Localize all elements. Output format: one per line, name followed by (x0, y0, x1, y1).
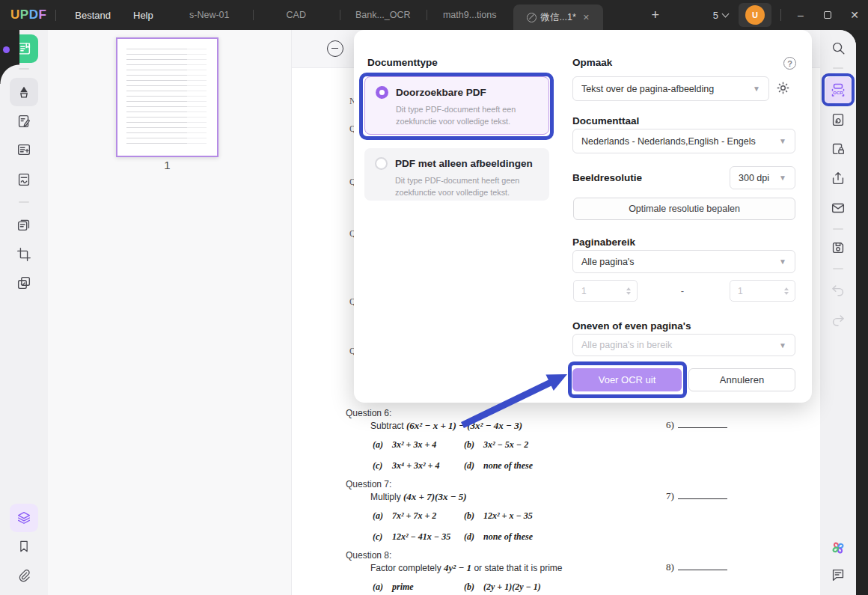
app-window: UPDF Bestand Help s-New-01CADBank..._OCR… (0, 0, 868, 595)
radio-unselected-icon[interactable] (375, 157, 388, 170)
choice-text: 3x⁴ + 3x² + 4 (392, 460, 464, 472)
option-title: Doorzoekbare PDF (396, 87, 486, 98)
tab-math9[interactable]: math9...tions (427, 0, 513, 30)
app-logo: UPDF (10, 7, 46, 22)
new-tab-button[interactable]: + (647, 7, 664, 23)
crop-tool-button[interactable] (10, 240, 38, 269)
maximize-button[interactable] (814, 0, 841, 30)
option-image-only-pdf[interactable]: PDF met alleen afbeeldingen Dit type PDF… (364, 148, 549, 201)
layout-dropdown-value: Tekst over de pagina-afbeelding (581, 84, 714, 94)
page-from-value: 1 (581, 286, 587, 296)
avatar: U (745, 5, 765, 25)
email-button[interactable] (825, 195, 852, 222)
question-block: Question 8:Factor completely 4y² − 1 or … (346, 550, 807, 593)
page-thumbnail[interactable] (116, 37, 218, 157)
ai-assistant-button[interactable] (825, 534, 852, 561)
share-button[interactable] (825, 165, 852, 192)
view-tool-button[interactable] (10, 34, 38, 63)
minimize-button[interactable]: – (787, 0, 814, 30)
page-to-value: 1 (738, 286, 743, 296)
left-toolbar-bottom (0, 504, 48, 589)
resolution-dropdown-value: 300 dpi (739, 173, 769, 183)
tab-bank-ocr[interactable]: Bank..._OCR (340, 0, 427, 30)
highlighter-tool-button[interactable] (10, 78, 38, 106)
ocr-button[interactable]: OCR (822, 73, 855, 106)
language-dropdown-value: Nederlands - Nederlands,English - Engels (581, 136, 756, 147)
titlebar: UPDF Bestand Help s-New-01CADBank..._OCR… (0, 0, 868, 30)
save-icon (830, 239, 846, 256)
resolution-dropdown[interactable]: 300 dpi ▼ (730, 166, 795, 189)
fill-sign-tool-button[interactable] (10, 165, 38, 194)
menu-help[interactable]: Help (122, 10, 165, 21)
svg-text:OCR: OCR (833, 91, 843, 95)
choice-text: 12x² + x − 35 (483, 510, 807, 522)
spinner-arrows-icon[interactable] (626, 287, 631, 295)
copies-icon (16, 275, 32, 291)
undo-button[interactable] (825, 276, 852, 303)
option-searchable-pdf[interactable]: Doorzoekbare PDF Dit type PDF-document h… (364, 76, 549, 135)
tab-cad[interactable]: CAD (253, 0, 340, 30)
protect-button[interactable] (825, 135, 852, 162)
open-documents-dropdown[interactable]: 5 (713, 10, 728, 21)
gear-icon[interactable] (775, 80, 791, 99)
question-prompt: Factor completely 4y² − 1 or state that … (370, 562, 807, 574)
toolbar-divider (833, 67, 843, 69)
optimal-resolution-button[interactable]: Optimale resolutie bepalen (573, 198, 795, 220)
language-dropdown[interactable]: Nederlands - Nederlands,English - Engels… (572, 129, 795, 153)
documenttaal-heading: Documenttaal (572, 115, 639, 126)
layout-dropdown[interactable]: Tekst over de pagina-afbeelding ▼ (572, 76, 769, 101)
choice-text: 3x² − 5x − 2 (483, 439, 807, 451)
choice-text: (2y + 1)(2y − 1) (483, 582, 807, 593)
documenttype-heading: Documenttype (367, 57, 438, 68)
tab-s-new-01[interactable]: s-New-01 (166, 0, 253, 30)
menu-bestand[interactable]: Bestand (64, 10, 122, 21)
highlighter-icon (16, 84, 32, 100)
choice-grid: (a)prime(b)(2y + 1)(2y − 1) (373, 582, 807, 593)
search-button[interactable] (825, 34, 852, 61)
save-button[interactable] (825, 234, 852, 261)
choice-text: 12x² − 41x − 35 (392, 531, 464, 543)
choice-key: (b) (464, 439, 483, 451)
radio-selected-icon[interactable] (376, 86, 388, 99)
organize-pages-button[interactable] (10, 210, 38, 239)
tab-label: 微信...1* (541, 11, 576, 24)
account-button[interactable]: U (739, 3, 771, 27)
tab-close-icon[interactable]: ✕ (583, 13, 590, 22)
bookmark-icon (16, 539, 31, 554)
ocr-dialog: Documenttype Doorzoekbare PDF Dit type P… (354, 30, 812, 403)
page-from-input[interactable]: 1 (573, 280, 638, 302)
chevron-down-icon (722, 10, 730, 18)
feedback-button[interactable] (825, 561, 852, 588)
comment-tool-button[interactable] (10, 135, 38, 164)
choice-grid: (a)7x² + 7x + 2(b)12x² + x − 35(c)12x² −… (373, 510, 807, 543)
close-button[interactable]: ✕ (841, 0, 868, 30)
toolbar-divider (19, 68, 29, 70)
tab-wechat[interactable]: 微信...1*✕ (513, 4, 603, 30)
form-lines-icon (16, 141, 32, 158)
spinner-arrows-icon[interactable] (784, 287, 789, 295)
zoom-out-icon[interactable] (327, 40, 343, 57)
toolbar-divider (833, 268, 843, 269)
layers-button[interactable] (10, 504, 38, 532)
convert-button[interactable] (825, 106, 852, 133)
page-range-dropdown-value: Alle pagina's (581, 257, 635, 267)
choice-key: (a) (373, 439, 392, 451)
choice-text: prime (392, 582, 464, 593)
attachment-button[interactable] (10, 561, 38, 589)
choice-text: none of these (483, 460, 807, 472)
bookmark-button[interactable] (10, 532, 38, 561)
help-icon[interactable]: ? (783, 57, 796, 70)
run-ocr-button[interactable]: Voer OCR uit (572, 368, 682, 391)
page-range-dropdown[interactable]: Alle pagina's ▼ (572, 250, 795, 273)
titlebar-divider (780, 9, 781, 21)
redo-button[interactable] (825, 306, 852, 333)
cancel-button[interactable]: Annuleren (688, 368, 795, 391)
thumbnail-page-number: 1 (116, 159, 218, 171)
page-to-input[interactable]: 1 (730, 280, 795, 302)
answer-blank: 7) (666, 490, 727, 502)
stamp-tool-button[interactable] (10, 269, 38, 297)
odd-even-dropdown[interactable]: Alle pagina's in bereik ▼ (572, 334, 795, 356)
slash-circle-icon (527, 13, 537, 22)
edit-tool-button[interactable] (10, 107, 38, 135)
convert-file-icon (830, 112, 846, 128)
